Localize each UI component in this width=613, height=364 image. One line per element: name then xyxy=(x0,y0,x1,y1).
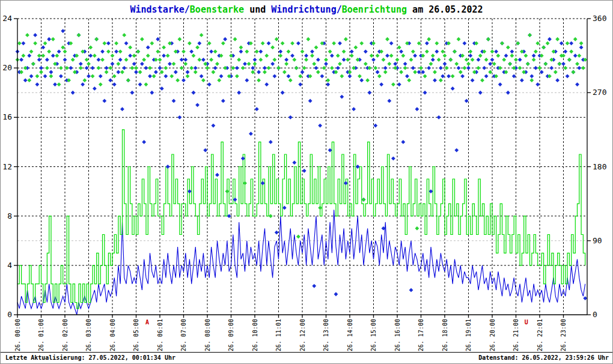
title-part-windrichtung: Windrichtung/ xyxy=(271,4,341,15)
svg-text:26. 07:00: 26. 07:00 xyxy=(180,319,187,351)
last-update-text: Letzte Aktualisierung: 27.05.2022, 00:01… xyxy=(5,353,175,363)
gridlines xyxy=(17,19,587,315)
sunset-marker: U xyxy=(525,319,528,326)
svg-text:4: 4 xyxy=(7,261,12,270)
title-part-date: am 26.05.2022 xyxy=(407,4,483,15)
svg-text:16: 16 xyxy=(2,112,12,121)
svg-text:26. 18:00: 26. 18:00 xyxy=(442,319,448,351)
svg-text:12: 12 xyxy=(2,162,12,171)
svg-text:26. 15:00: 26. 15:00 xyxy=(370,319,377,351)
svg-text:0: 0 xyxy=(593,310,597,319)
title-part-boenstarke: Boenstarke xyxy=(190,4,244,15)
svg-text:90: 90 xyxy=(593,236,602,245)
svg-text:26. 12:00: 26. 12:00 xyxy=(299,319,306,351)
gust-direction-points xyxy=(16,33,588,238)
svg-text:26. 01:00: 26. 01:00 xyxy=(38,319,44,351)
status-bar: Letzte Aktualisierung: 27.05.2022, 00:01… xyxy=(1,352,612,363)
svg-text:26. 05:00: 26. 05:00 xyxy=(133,319,139,351)
svg-text:24: 24 xyxy=(2,14,12,23)
svg-text:26. 13:00: 26. 13:00 xyxy=(323,319,329,351)
title-part-windstarke: Windstarke/ xyxy=(130,4,189,15)
svg-text:26. 06:01: 26. 06:01 xyxy=(157,319,163,351)
svg-text:8: 8 xyxy=(7,211,12,220)
svg-text:26. 04:00: 26. 04:00 xyxy=(109,319,116,351)
svg-text:26. 00:00: 26. 00:00 xyxy=(14,319,21,351)
svg-text:26. 14:00: 26. 14:00 xyxy=(347,319,353,351)
x-axis-labels: 26. 00:0026. 01:0026. 02:0026. 03:0026. … xyxy=(14,319,567,351)
svg-text:26. 08:00: 26. 08:00 xyxy=(204,319,211,351)
svg-text:26. 17:00: 26. 17:00 xyxy=(418,319,424,351)
wind-chart-page: Windstarke/Boenstarke und Windrichtung/B… xyxy=(0,0,613,364)
svg-text:26. 19:01: 26. 19:01 xyxy=(465,319,472,351)
svg-text:270: 270 xyxy=(593,88,606,97)
chart-title: Windstarke/Boenstarke und Windrichtung/B… xyxy=(1,4,612,15)
title-part-boenrichtung: Boenrichtung xyxy=(342,4,407,15)
svg-text:26. 16:00: 26. 16:00 xyxy=(394,319,401,351)
svg-text:20: 20 xyxy=(2,63,12,72)
svg-text:26. 10:00: 26. 10:00 xyxy=(252,319,258,351)
svg-text:26. 11:01: 26. 11:01 xyxy=(275,319,282,351)
svg-text:26. 22:01: 26. 22:01 xyxy=(537,319,543,351)
wind-direction-chart: 0481216202409018027036026. 00:0026. 01:0… xyxy=(1,1,612,353)
svg-text:26. 02:00: 26. 02:00 xyxy=(62,319,69,351)
svg-text:26. 20:00: 26. 20:00 xyxy=(489,319,496,351)
sunrise-marker: A xyxy=(145,319,149,326)
svg-text:26. 09:00: 26. 09:00 xyxy=(228,319,234,351)
svg-text:0: 0 xyxy=(7,310,12,319)
svg-text:180: 180 xyxy=(593,162,606,171)
wind-direction-points xyxy=(16,29,588,300)
svg-text:26. 03:00: 26. 03:00 xyxy=(85,319,92,351)
svg-text:26. 23:00: 26. 23:00 xyxy=(560,319,567,351)
title-part-und: und xyxy=(244,4,271,15)
svg-text:26. 21:00: 26. 21:00 xyxy=(513,319,519,351)
data-timestamp-text: Datenstand: 26.05.2022, 23:59:26 Uhr xyxy=(478,353,609,363)
svg-text:360: 360 xyxy=(593,14,606,23)
